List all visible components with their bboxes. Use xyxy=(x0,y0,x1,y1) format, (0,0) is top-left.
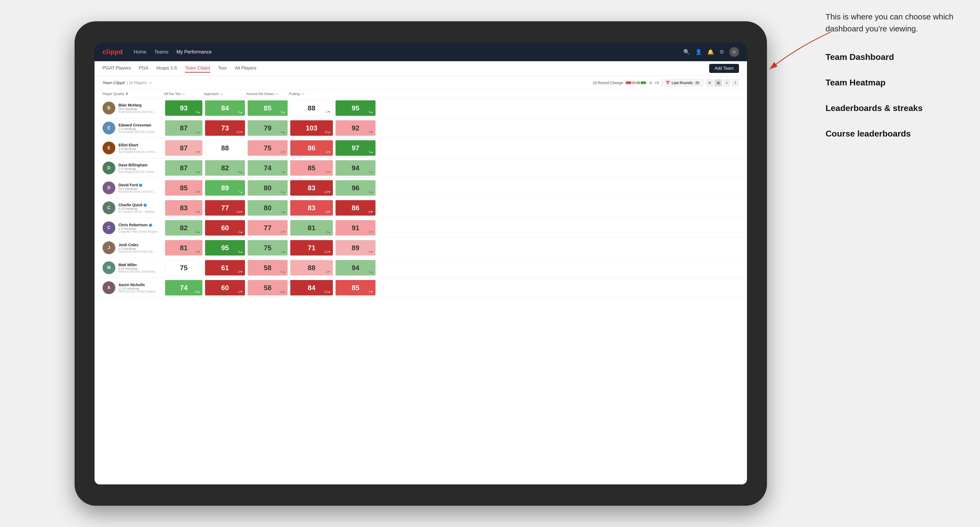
table-row[interactable]: DDave Billingham1-5 HandicapGog Magog Go… xyxy=(94,158,747,178)
score-change: 15▲ xyxy=(325,130,331,133)
annotation-intro: This is where you can choose which dashb… xyxy=(826,11,964,35)
score-main: 61 xyxy=(221,264,229,272)
avatar[interactable]: U xyxy=(729,47,739,57)
nav-right: 🔍 👤 🔔 ⚙ U xyxy=(683,47,739,57)
player-details: Charlie Quick6-10 HandicapSt. George's H… xyxy=(119,203,158,213)
player-club: Sunningdale Golf Club, United Kingdom xyxy=(119,151,158,153)
score-cell: 77-14▼ xyxy=(205,200,245,216)
annotation-item-1: Team Heatmap xyxy=(826,76,964,89)
score-main: 83 xyxy=(308,184,316,192)
col-header-player: Player Quality ▼ xyxy=(103,92,164,96)
sub-nav-pga[interactable]: PGA xyxy=(139,64,148,73)
round-change: 20 Round Change -5 +5 📅 Last Rounds: 20 … xyxy=(593,79,739,86)
bar-red xyxy=(626,81,631,84)
nav-link-home[interactable]: Home xyxy=(134,48,146,56)
nav-link-teams[interactable]: Teams xyxy=(154,48,169,56)
score-main: 89 xyxy=(352,244,360,252)
score-change: -14▼ xyxy=(236,210,243,213)
player-club: St. George's Hill GC - Weybridge - Surre… xyxy=(119,210,158,213)
last-rounds-button[interactable]: 📅 Last Rounds: 20 xyxy=(662,79,703,86)
bell-icon[interactable]: 🔔 xyxy=(707,49,714,55)
sub-nav-team-clippd[interactable]: Team Clippd xyxy=(185,64,210,73)
score-main: 86 xyxy=(352,204,360,212)
table-row[interactable]: EElliot Ebert1-5 HandicapSunningdale Gol… xyxy=(94,138,747,158)
sub-nav: PGAT Players PGA Hcaps 1-5 Team Clippd T… xyxy=(94,61,747,76)
score-change: -3▼ xyxy=(368,130,373,133)
score-main: 83 xyxy=(308,204,316,212)
sub-nav-all-players[interactable]: All Players xyxy=(235,64,256,73)
player-details: Chris Robertson1-5 HandicapCraigmillar P… xyxy=(119,223,158,233)
score-change: -3▼ xyxy=(280,230,285,233)
score-main: 87 xyxy=(180,144,188,152)
grid-view-icon[interactable]: ⊞ xyxy=(706,79,713,86)
search-icon[interactable]: 🔍 xyxy=(683,49,690,55)
add-team-button[interactable]: Add Team xyxy=(709,64,739,73)
score-main: 93 xyxy=(180,104,188,112)
tablet-frame: clippd Home Teams My Performance 🔍 👤 🔔 ⚙… xyxy=(75,21,767,506)
score-cell: 846▲ xyxy=(205,100,245,116)
view-icons: ⊞ ▦ ≡ ↧ xyxy=(706,79,739,86)
avatar: D xyxy=(103,162,115,174)
score-cell: 88-1▼ xyxy=(290,100,333,116)
table-row[interactable]: CCharlie Quick6-10 HandicapSt. George's … xyxy=(94,198,747,218)
table-row[interactable]: AAaron Nicholls11-15 HandicapDrift Golf … xyxy=(94,278,747,298)
player-details: Edward Crossman1-5 HandicapSunningdale G… xyxy=(119,123,158,133)
annotation-list: Team Dashboard Team Heatmap Leaderboards… xyxy=(826,51,964,140)
nav-link-my-performance[interactable]: My Performance xyxy=(177,48,212,56)
player-name: Matt Miller xyxy=(119,263,158,267)
tablet-screen: clippd Home Teams My Performance 🔍 👤 🔔 ⚙… xyxy=(94,43,747,484)
col-offtee-arrow: — xyxy=(181,92,185,96)
list-view-icon[interactable]: ≡ xyxy=(723,79,730,86)
score-change: -3▼ xyxy=(195,190,200,194)
score-cell: 943▲ xyxy=(336,260,375,275)
score-main: 60 xyxy=(221,224,229,232)
score-cell: 602▲ xyxy=(205,220,245,236)
sub-nav-links: PGAT Players PGA Hcaps 1-5 Team Clippd T… xyxy=(103,64,709,73)
score-main: 81 xyxy=(180,244,188,252)
table-row[interactable]: BBlair McHargPlus HandicapRoyal North De… xyxy=(94,98,747,118)
range-min: -5 xyxy=(649,81,652,85)
score-cell: 801▲ xyxy=(248,200,288,216)
table-row[interactable]: MMatt Miller6-10 HandicapWoburn Golf Clu… xyxy=(94,258,747,278)
sub-nav-pgat[interactable]: PGAT Players xyxy=(103,64,131,73)
player-handicap: 6-10 Handicap xyxy=(119,207,158,210)
score-change: -2▼ xyxy=(325,270,331,273)
export-icon[interactable]: ↧ xyxy=(732,79,739,86)
score-main: 95 xyxy=(221,244,229,252)
table-row[interactable]: JJosh Coles1-5 HandicapRoyal North Devon… xyxy=(94,238,747,258)
sub-nav-hcaps[interactable]: Hcaps 1-5 xyxy=(156,64,177,73)
player-info: EEdward Crossman1-5 HandicapSunningdale … xyxy=(103,122,164,135)
score-cell: 941▲ xyxy=(336,160,375,176)
annotation-item-0: Team Dashboard xyxy=(826,51,964,63)
sub-nav-tour[interactable]: Tour xyxy=(218,64,227,73)
heatmap-view-icon[interactable]: ▦ xyxy=(714,79,722,86)
avatar: M xyxy=(103,261,115,274)
score-cell: 963▲ xyxy=(336,180,375,195)
player-info: JJosh Coles1-5 HandicapRoyal North Devon… xyxy=(103,241,164,254)
table-row[interactable]: CChris Robertson1-5 HandicapCraigmillar … xyxy=(94,218,747,238)
top-nav: clippd Home Teams My Performance 🔍 👤 🔔 ⚙… xyxy=(94,43,747,61)
score-cell: 86-8▼ xyxy=(336,200,375,216)
score-change: -6▼ xyxy=(325,210,331,213)
score-cell: 83-3▼ xyxy=(165,200,202,216)
settings-icon[interactable]: ⚙ xyxy=(719,49,724,55)
score-change: 9▲ xyxy=(196,110,200,114)
score-change: 4▲ xyxy=(326,230,331,233)
player-name: Josh Coles xyxy=(119,243,158,247)
score-change: -1▼ xyxy=(325,110,331,113)
col-approach-label: Approach xyxy=(204,92,219,96)
bar-green-light xyxy=(636,81,640,84)
score-main: 74 xyxy=(180,284,188,292)
score-main: 103 xyxy=(306,124,317,132)
score-main: 85 xyxy=(180,184,188,192)
user-icon[interactable]: 👤 xyxy=(695,49,702,55)
score-cell: 874▲ xyxy=(165,160,202,176)
logo: clippd xyxy=(103,48,123,56)
table-row[interactable]: EEdward Crossman1-5 HandicapSunningdale … xyxy=(94,118,747,138)
table-row[interactable]: DDavid FordPlus HandicapRoyal North Devo… xyxy=(94,178,747,198)
edit-icon[interactable]: ✏ xyxy=(149,81,152,85)
score-main: 75 xyxy=(180,264,188,272)
score-change: 7▲ xyxy=(238,190,243,194)
score-change: -8▲ xyxy=(195,290,200,293)
player-name: David Ford xyxy=(119,183,158,187)
